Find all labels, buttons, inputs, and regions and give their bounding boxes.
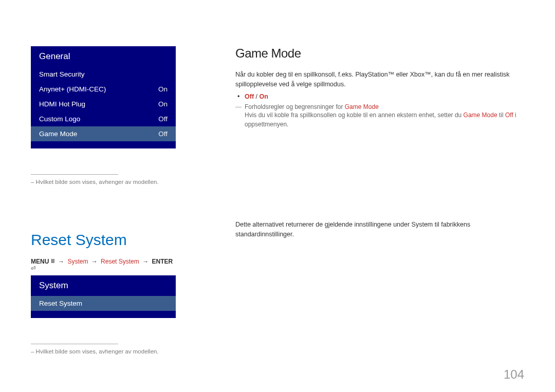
note-title-pre: Forholdsregler og begrensninger for [245,103,345,110]
game-mode-options: Off / On [235,93,524,100]
option-separator: / [256,93,260,100]
menu-item-anynet: Anynet+ (HDMI-CEC) On [31,82,176,97]
general-menu-panel: General Smart Security Anynet+ (HDMI-CEC… [31,46,176,148]
general-menu-header: General [31,46,176,67]
enter-icon: ⏎ [31,266,35,271]
menu-item-value: Off [158,115,168,123]
game-mode-body: Når du kobler deg til en spillkonsoll, f… [235,70,524,90]
menu-item-label: HDMI Hot Plug [39,100,85,108]
divider [31,174,118,175]
menu-footer [31,311,176,318]
breadcrumb: MENU Ⅲ → System → Reset System → ENTER ⏎ [31,258,176,272]
menu-item-label: Smart Security [39,70,85,78]
game-mode-note: Forholdsregler og begrensninger for Game… [235,103,524,129]
arrow-icon: → [91,258,98,265]
menu-item-label: Game Mode [39,130,77,138]
breadcrumb-enter: ENTER [152,258,173,265]
game-mode-title: Game Mode [235,46,524,61]
system-menu-header: System [31,275,176,296]
breadcrumb-system: System [67,258,88,265]
menu-item-label: Reset System [39,300,82,307]
menu-item-value: On [158,100,168,108]
divider [31,344,118,344]
page-number: 104 [504,367,524,382]
menu-item-value: Off [158,130,168,138]
breadcrumb-menu: MENU [31,258,49,265]
system-menu-panel: System Reset System [31,275,176,318]
reset-system-body: Dette alternativet returnerer de gjelden… [235,220,524,240]
note-body-hl: Game Mode [464,111,497,119]
arrow-icon: → [142,258,149,265]
note-title-highlight: Game Mode [345,103,379,110]
menu-footer [31,141,176,148]
reset-system-heading: Reset System [31,231,176,249]
note-body-pre: Hvis du vil koble fra spillkonsollen og … [245,111,464,119]
menu-icon: Ⅲ [51,258,55,264]
image-caption: – Hvilket bilde som vises, avhenger av m… [31,348,176,354]
menu-item-smart-security: Smart Security [31,67,176,82]
option-on: On [260,93,268,100]
breadcrumb-reset: Reset System [101,258,139,265]
menu-item-game-mode: Game Mode Off [31,126,176,141]
arrow-icon: → [58,258,64,265]
menu-item-value: On [158,85,168,93]
note-body-mid: til [497,111,505,119]
menu-item-label: Anynet+ (HDMI-CEC) [39,85,106,93]
menu-item-reset-system: Reset System [31,296,176,311]
menu-item-custom-logo: Custom Logo Off [31,111,176,126]
menu-item-hdmi-hotplug: HDMI Hot Plug On [31,97,176,111]
image-caption: – Hvilket bilde som vises, avhenger av m… [31,179,176,185]
menu-item-label: Custom Logo [39,115,80,123]
note-body-off: Off [505,111,513,119]
option-off: Off [245,93,254,100]
